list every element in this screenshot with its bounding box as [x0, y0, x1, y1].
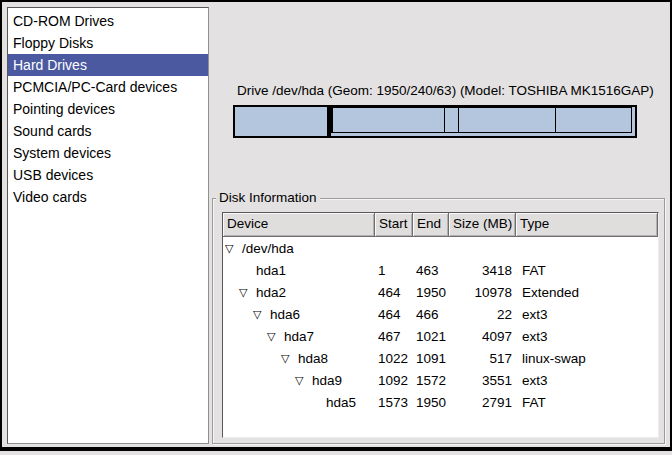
table-row-hda9[interactable]: ▽hda9109215723551ext3	[223, 369, 658, 391]
device-cell: ▽hda2	[223, 285, 375, 300]
sidebar-item-usb-devices[interactable]: USB devices	[8, 164, 208, 186]
disk-information-frame-label: Disk Information	[216, 190, 320, 206]
table-row-hda8[interactable]: ▽hda810221091517linux-swap	[223, 347, 658, 369]
device-label: hda1	[256, 263, 286, 278]
start-cell: 464	[375, 285, 413, 300]
start-cell: 1092	[375, 373, 413, 388]
size-cell: 3418	[449, 263, 516, 278]
type-cell: ext3	[516, 307, 658, 322]
end-cell: 1091	[413, 351, 449, 366]
sidebar-item-cd-rom-drives[interactable]: CD-ROM Drives	[8, 10, 208, 32]
device-label: /dev/hda	[242, 241, 294, 256]
device-cell: hda1	[223, 263, 375, 278]
tree-indent	[224, 314, 252, 315]
table-row-hda2[interactable]: ▽hda2464195010978Extended	[223, 281, 658, 303]
device-label: hda6	[270, 307, 300, 322]
partition-segment-hda8[interactable]	[444, 107, 458, 133]
partition-table-header: Device Start End Size (MB) Type	[223, 213, 658, 237]
sidebar-item-sound-cards[interactable]: Sound cards	[8, 120, 208, 142]
partition-bar	[233, 105, 637, 138]
column-header-end[interactable]: End	[413, 213, 449, 237]
type-cell: Extended	[516, 285, 658, 300]
column-header-start[interactable]: Start	[375, 213, 413, 237]
partition-segment-hda1[interactable]	[233, 105, 329, 138]
partition-table: Device Start End Size (MB) Type ▽/dev/hd…	[222, 212, 659, 438]
type-cell: ext3	[516, 373, 658, 388]
column-header-device[interactable]: Device	[223, 213, 375, 237]
sidebar-item-pcmcia-pc-card-devices[interactable]: PCMCIA/PC-Card devices	[8, 76, 208, 98]
partition-segment-hda7[interactable]	[332, 107, 445, 133]
device-label: hda5	[326, 395, 356, 410]
expander-open-icon[interactable]: ▽	[224, 243, 242, 254]
device-label: hda7	[284, 329, 314, 344]
device-label: hda2	[256, 285, 286, 300]
device-cell: ▽/dev/hda	[223, 241, 375, 256]
device-cell: ▽hda6	[223, 307, 375, 322]
size-cell: 22	[449, 307, 516, 322]
device-cell: ▽hda8	[223, 351, 375, 366]
end-cell: 1572	[413, 373, 449, 388]
expander-open-icon[interactable]: ▽	[238, 287, 256, 298]
end-cell: 1950	[413, 395, 449, 410]
size-cell: 3551	[449, 373, 516, 388]
type-cell: linux-swap	[516, 351, 658, 366]
table-row-hda5[interactable]: hda5157319502791FAT	[223, 391, 658, 413]
size-cell: 10978	[449, 285, 516, 300]
device-label: hda8	[298, 351, 328, 366]
hardware-category-list: CD-ROM DrivesFloppy DisksHard DrivesPCMC…	[7, 7, 209, 444]
type-cell: FAT	[516, 263, 658, 278]
end-cell: 1021	[413, 329, 449, 344]
partition-segment-hda5[interactable]	[555, 107, 632, 133]
sidebar-item-floppy-disks[interactable]: Floppy Disks	[8, 32, 208, 54]
partition-segment-hda9[interactable]	[458, 107, 556, 133]
expander-open-icon[interactable]: ▽	[252, 309, 270, 320]
end-cell: 466	[413, 307, 449, 322]
sidebar-item-pointing-devices[interactable]: Pointing devices	[8, 98, 208, 120]
type-cell: ext3	[516, 329, 658, 344]
drive-description-label: Drive /dev/hda (Geom: 1950/240/63) (Mode…	[237, 83, 654, 98]
tree-indent	[224, 380, 294, 381]
start-cell: 1573	[375, 395, 413, 410]
column-header-type[interactable]: Type	[516, 213, 658, 237]
start-cell: 1022	[375, 351, 413, 366]
device-cell: ▽hda9	[223, 373, 375, 388]
start-cell: 467	[375, 329, 413, 344]
logical-partitions-row	[331, 107, 635, 133]
size-cell: 2791	[449, 395, 516, 410]
size-cell: 517	[449, 351, 516, 366]
tree-indent	[224, 270, 238, 271]
start-cell: 464	[375, 307, 413, 322]
table-row-dev-hda[interactable]: ▽/dev/hda	[223, 237, 658, 259]
expander-open-icon[interactable]: ▽	[280, 353, 298, 364]
device-cell: ▽hda7	[223, 329, 375, 344]
sidebar-item-system-devices[interactable]: System devices	[8, 142, 208, 164]
expander-open-icon[interactable]: ▽	[294, 375, 312, 386]
start-cell: 1	[375, 263, 413, 278]
end-cell: 463	[413, 263, 449, 278]
device-label: hda9	[312, 373, 342, 388]
column-header-size[interactable]: Size (MB)	[449, 213, 516, 237]
table-row-hda6[interactable]: ▽hda646446622ext3	[223, 303, 658, 325]
expander-open-icon[interactable]: ▽	[266, 331, 284, 342]
sidebar-item-video-cards[interactable]: Video cards	[8, 186, 208, 208]
table-row-hda7[interactable]: ▽hda746710214097ext3	[223, 325, 658, 347]
tree-indent	[224, 402, 308, 403]
device-cell: hda5	[223, 395, 375, 410]
tree-indent	[224, 358, 280, 359]
sidebar-item-hard-drives[interactable]: Hard Drives	[8, 54, 208, 76]
partition-table-body: ▽/dev/hdahda114633418FAT▽hda246419501097…	[223, 237, 658, 413]
size-cell: 4097	[449, 329, 516, 344]
tree-indent	[224, 336, 266, 337]
disk-information-frame: Disk Information Device Start End Size (…	[212, 198, 665, 444]
end-cell: 1950	[413, 285, 449, 300]
type-cell: FAT	[516, 395, 658, 410]
table-row-hda1[interactable]: hda114633418FAT	[223, 259, 658, 281]
tree-indent	[224, 292, 238, 293]
partition-segment-hda2[interactable]	[329, 105, 637, 138]
